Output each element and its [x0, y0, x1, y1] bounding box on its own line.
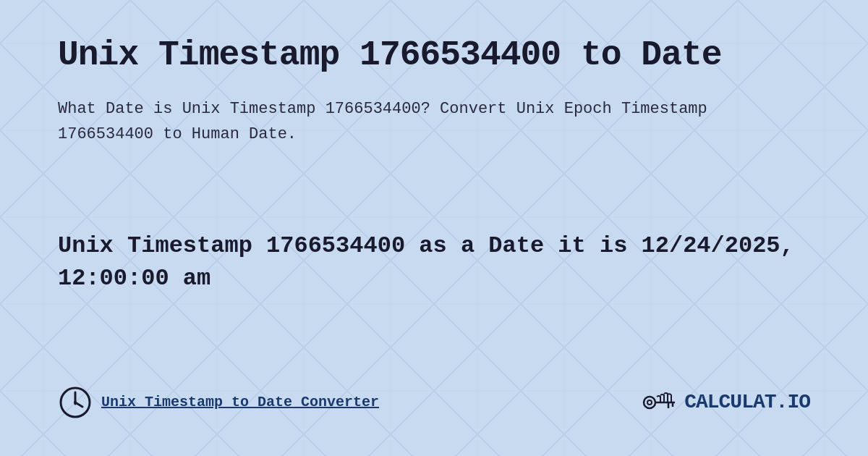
logo: CALCULAT.IO: [642, 388, 810, 417]
svg-point-13: [644, 397, 655, 408]
logo-icon: [642, 388, 678, 417]
page-title: Unix Timestamp 1766534400 to Date: [58, 36, 810, 75]
svg-point-12: [74, 401, 77, 404]
svg-point-14: [647, 400, 652, 405]
description-text: What Date is Unix Timestamp 1766534400? …: [58, 96, 709, 147]
logo-text: CALCULAT.IO: [684, 391, 810, 413]
footer-link[interactable]: Unix Timestamp to Date Converter: [58, 385, 379, 420]
result-text: Unix Timestamp 1766534400 as a Date it i…: [58, 230, 810, 295]
clock-icon: [58, 385, 93, 420]
footer-link-label[interactable]: Unix Timestamp to Date Converter: [101, 394, 379, 410]
